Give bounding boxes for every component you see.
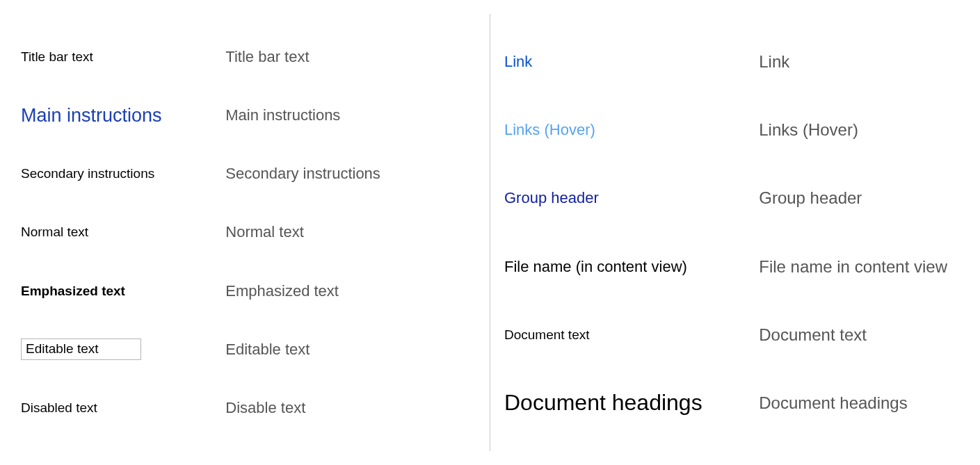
- normal-text-label: Normal text: [225, 223, 303, 241]
- document-headings-sample: Document headings: [504, 390, 702, 416]
- document-headings-label: Document headings: [759, 393, 907, 413]
- emphasized-text-label: Emphasized text: [225, 282, 339, 300]
- title-bar-text-label: Title bar text: [225, 48, 309, 66]
- row-file-name-content-view: File name (in content view)File name in …: [504, 233, 959, 301]
- main-instructions-label: Main instructions: [225, 106, 340, 124]
- title-bar-text-sample: Title bar text: [21, 49, 93, 65]
- editable-text-label: Editable text: [225, 341, 310, 359]
- row-editable-text: Editable textEditable text: [21, 320, 476, 379]
- secondary-instructions-sample: Secondary instructions: [21, 166, 154, 181]
- document-text-sample: Document text: [504, 327, 590, 343]
- row-normal-text: Normal textNormal text: [21, 203, 476, 261]
- right-column: LinkLinkLinks (Hover)Links (Hover)Group …: [504, 28, 959, 437]
- row-title-bar-text: Title bar textTitle bar text: [21, 28, 476, 86]
- link-text-label: Link: [759, 52, 789, 72]
- document-text-label: Document text: [759, 325, 867, 345]
- group-header-sample: Group header: [504, 189, 599, 207]
- row-emphasized-text: Emphasized textEmphasized text: [21, 262, 476, 320]
- link-text-sample[interactable]: Link: [504, 53, 532, 71]
- left-column: Title bar textTitle bar textMain instruc…: [21, 28, 476, 437]
- link-hover-text-sample[interactable]: Links (Hover): [504, 121, 595, 139]
- emphasized-text-sample: Emphasized text: [21, 284, 125, 299]
- file-name-content-view-label: File name in content view: [759, 257, 947, 277]
- disabled-text-label: Disable text: [225, 399, 305, 417]
- editable-text-sample[interactable]: Editable text: [21, 338, 141, 360]
- typography-reference-page: Title bar textTitle bar textMain instruc…: [0, 0, 980, 465]
- row-disabled-text: Disabled textDisable text: [21, 379, 476, 437]
- disabled-text-sample: Disabled text: [21, 400, 97, 416]
- row-link-hover-text: Links (Hover)Links (Hover): [504, 96, 959, 164]
- secondary-instructions-label: Secondary instructions: [225, 165, 380, 183]
- row-document-headings: Document headingsDocument headings: [504, 369, 959, 437]
- row-secondary-instructions: Secondary instructionsSecondary instruct…: [21, 145, 476, 203]
- row-group-header: Group headerGroup header: [504, 164, 959, 232]
- row-link-text: LinkLink: [504, 28, 959, 96]
- row-main-instructions: Main instructionsMain instructions: [21, 86, 476, 145]
- group-header-label: Group header: [759, 188, 862, 208]
- row-document-text: Document textDocument text: [504, 301, 959, 369]
- link-hover-text-label: Links (Hover): [759, 120, 858, 140]
- column-divider: [490, 14, 490, 451]
- normal-text-sample: Normal text: [21, 225, 88, 240]
- main-instructions-sample: Main instructions: [21, 105, 162, 127]
- file-name-content-view-sample: File name (in content view): [504, 258, 687, 276]
